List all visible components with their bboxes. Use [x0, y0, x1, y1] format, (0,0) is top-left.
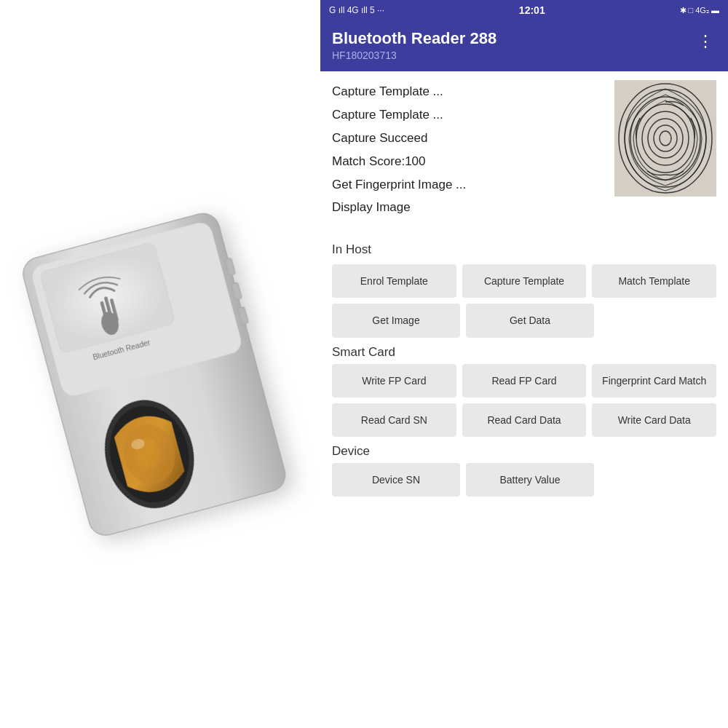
app-subtitle: HF180203713: [332, 50, 496, 61]
read-card-data-button[interactable]: Read Card Data: [462, 403, 587, 437]
write-fp-card-button[interactable]: Write FP Card: [332, 364, 456, 397]
log-entry: Capture Template ...: [332, 80, 603, 103]
match-template-button[interactable]: Match Template: [592, 264, 716, 298]
fingerprint-card-match-button[interactable]: Fingerprint Card Match: [592, 364, 716, 397]
content-area: In Host Enrol Template Capture Template …: [320, 228, 728, 728]
signal-text: G ıll 4G ıll 5 ···: [329, 5, 384, 15]
read-card-sn-button[interactable]: Read Card SN: [332, 403, 456, 437]
in-host-label: In Host: [332, 242, 716, 257]
log-entry: Display Image: [332, 196, 603, 219]
write-card-data-button[interactable]: Write Card Data: [592, 403, 716, 437]
svg-rect-16: [614, 80, 716, 197]
get-image-button[interactable]: Get Image: [332, 304, 460, 337]
read-fp-card-button[interactable]: Read FP Card: [462, 364, 587, 397]
log-entry: Capture Succeed: [332, 127, 603, 150]
device-label: Device: [332, 444, 716, 459]
smart-card-row-2: Read Card SN Read Card Data Write Card D…: [332, 403, 716, 437]
device-image-area: Bluetooth Reader: [0, 0, 320, 728]
smart-card-row-1: Write FP Card Read FP Card Fingerprint C…: [332, 364, 716, 397]
device-sn-button[interactable]: Device SN: [332, 463, 460, 496]
log-entry: Get Fingerprint Image ...: [332, 173, 603, 197]
in-host-row-2: Get Image Get Data: [332, 304, 716, 337]
device-row-1: Device SN Battery Value: [332, 463, 716, 496]
get-data-button[interactable]: Get Data: [466, 304, 594, 337]
capture-template-button[interactable]: Capture Template: [462, 264, 587, 298]
enrol-template-button[interactable]: Enrol Template: [332, 264, 456, 298]
phone-ui: G ıll 4G ıll 5 ··· 12:01 ✱ □ 4G₂ ▬ Bluet…: [320, 0, 728, 728]
menu-button[interactable]: ⋮: [695, 29, 716, 54]
log-area: Capture Template ...Capture Template ...…: [320, 71, 728, 228]
status-signal: G ıll 4G ıll 5 ···: [329, 5, 384, 15]
status-icons: ✱ □ 4G₂ ▬: [680, 6, 720, 15]
log-entries: Capture Template ...Capture Template ...…: [332, 80, 603, 219]
smart-card-label: Smart Card: [332, 345, 716, 360]
battery-value-button[interactable]: Battery Value: [466, 463, 594, 496]
log-entry: Capture Template ...: [332, 103, 603, 127]
log-entry: Match Score:100: [332, 150, 603, 173]
fingerprint-image: [614, 80, 716, 197]
in-host-row-1: Enrol Template Capture Template Match Te…: [332, 264, 716, 298]
device-illustration: Bluetooth Reader: [0, 0, 320, 728]
app-header: Bluetooth Reader 288 HF180203713 ⋮: [320, 20, 728, 71]
app-title: Bluetooth Reader 288: [332, 29, 496, 48]
status-bar: G ıll 4G ıll 5 ··· 12:01 ✱ □ 4G₂ ▬: [320, 0, 728, 20]
status-time: 12:01: [519, 4, 545, 16]
